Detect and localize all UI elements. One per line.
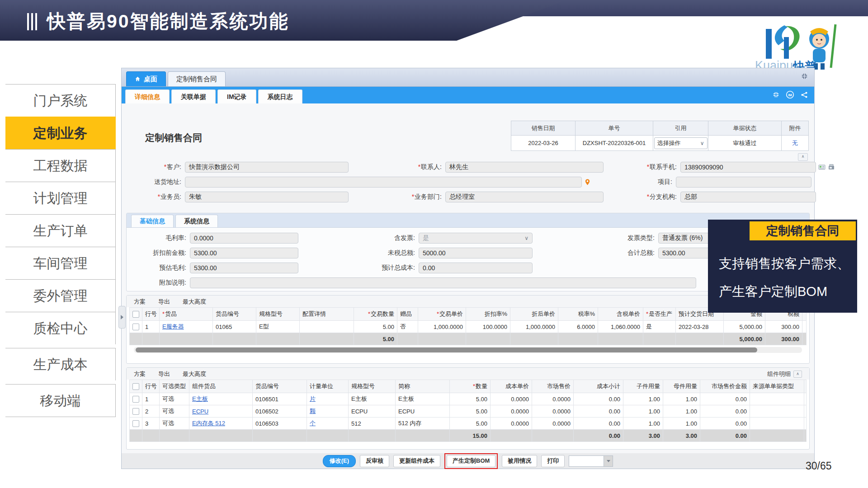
sidebar-item-生产成本[interactable]: 生产成本 bbox=[5, 348, 116, 380]
column-header[interactable]: 税率% bbox=[558, 308, 598, 321]
scrollbar-thumb[interactable] bbox=[136, 347, 757, 352]
est_total_cost-input[interactable]: 0.00 bbox=[419, 263, 533, 273]
subtab-关联单据[interactable]: 关联单据 bbox=[171, 89, 216, 103]
cell-link[interactable]: E服务器 bbox=[162, 323, 184, 330]
修改(E)-button[interactable]: 修改(E) bbox=[323, 455, 356, 467]
row-checkbox[interactable] bbox=[132, 420, 139, 427]
window-tab-定制销售合同[interactable]: 定制销售合同 bbox=[168, 71, 226, 86]
untaxed_total-input[interactable]: 5000.00 bbox=[419, 248, 533, 258]
column-header[interactable]: 规格型号 bbox=[256, 308, 300, 321]
sidebar-item-车间管理[interactable]: 车间管理 bbox=[5, 247, 116, 279]
column-header[interactable]: *交易数量 bbox=[354, 308, 397, 321]
tab-基础信息[interactable]: 基础信息 bbox=[131, 215, 174, 227]
column-header[interactable]: 市场售价金额 bbox=[700, 380, 750, 393]
sidebar-item-计划管理[interactable]: 计划管理 bbox=[5, 182, 116, 214]
cell-link[interactable]: ECPU bbox=[192, 408, 208, 415]
更新组件成本-button[interactable]: 更新组件成本 bbox=[393, 455, 440, 467]
attachment-link[interactable]: 无 bbox=[792, 140, 798, 146]
sidebar-item-委外管理[interactable]: 委外管理 bbox=[5, 279, 116, 312]
column-header[interactable]: 子件用量 bbox=[623, 380, 663, 393]
产生定制BOM-button[interactable]: 产生定制BOM bbox=[447, 455, 495, 467]
反审核-button[interactable]: 反审核 bbox=[360, 455, 389, 467]
column-header[interactable]: 折扣率% bbox=[466, 308, 510, 321]
column-header[interactable]: 市场售价 bbox=[532, 380, 574, 393]
column-header[interactable]: *交易单价 bbox=[418, 308, 466, 321]
sidebar-item-门户系统[interactable]: 门户系统 bbox=[5, 84, 116, 117]
collapse-panel-icon[interactable]: ∧ bbox=[793, 371, 802, 378]
toolbar-方案[interactable]: 方案 bbox=[134, 370, 146, 378]
column-header[interactable]: 来源单单据类型 bbox=[750, 380, 804, 393]
cell-link[interactable]: 个 bbox=[310, 420, 316, 427]
collapse-up-icon[interactable]: ∧ bbox=[798, 153, 808, 161]
column-header[interactable]: 组件货品 bbox=[189, 380, 253, 393]
column-header[interactable]: 行号 bbox=[142, 308, 160, 321]
project-input[interactable] bbox=[676, 177, 811, 188]
contact-card-icon[interactable] bbox=[818, 164, 826, 170]
sidebar-item-生产订单[interactable]: 生产订单 bbox=[5, 214, 116, 247]
compress-icon[interactable] bbox=[773, 91, 779, 100]
gross_margin-input[interactable]: 0.0000 bbox=[190, 233, 298, 244]
column-header[interactable] bbox=[804, 380, 807, 393]
row-checkbox[interactable] bbox=[132, 396, 139, 403]
column-header[interactable]: 含税单价 bbox=[598, 308, 643, 321]
column-header[interactable]: 货品编号 bbox=[253, 380, 307, 393]
row-checkbox[interactable] bbox=[132, 408, 139, 415]
column-header[interactable]: 成本单价 bbox=[491, 380, 532, 393]
subtab-IM记录[interactable]: IM记录 bbox=[217, 89, 256, 103]
row-checkbox[interactable] bbox=[132, 324, 139, 330]
compress-icon[interactable] bbox=[801, 73, 808, 81]
column-header[interactable]: 折后单价 bbox=[510, 308, 558, 321]
sidebar-item-移动端[interactable]: 移动端 bbox=[5, 384, 116, 417]
mobile-input[interactable]: 13890909090 bbox=[680, 162, 816, 173]
toolbar-导出[interactable]: 导出 bbox=[158, 298, 170, 306]
remark-input[interactable] bbox=[190, 277, 696, 288]
column-header[interactable]: *是否生产 bbox=[643, 308, 676, 321]
dept-input[interactable]: 总经理室 bbox=[445, 192, 604, 202]
has_invoice-input[interactable]: 是∨ bbox=[419, 233, 533, 244]
address-input[interactable] bbox=[185, 177, 582, 188]
column-header[interactable]: 配置详情 bbox=[300, 308, 354, 321]
column-header[interactable]: 货品编号 bbox=[213, 308, 256, 321]
column-header[interactable]: 赠品 bbox=[397, 308, 418, 321]
column-header[interactable]: 可选类型 bbox=[160, 380, 189, 393]
quote-select[interactable]: 选择操作 ∨ bbox=[654, 137, 708, 149]
row-checkbox[interactable] bbox=[132, 383, 139, 390]
column-header[interactable]: 计量单位 bbox=[307, 380, 349, 393]
location-pin-icon[interactable] bbox=[584, 178, 591, 186]
row-checkbox[interactable] bbox=[132, 311, 139, 318]
toolbar-方案[interactable]: 方案 bbox=[134, 298, 146, 306]
toolbar-导出[interactable]: 导出 bbox=[158, 370, 170, 378]
toolbar-最大高度[interactable]: 最大高度 bbox=[183, 298, 206, 306]
cell-link[interactable]: 片 bbox=[310, 395, 316, 402]
被用情况-button[interactable]: 被用情况 bbox=[502, 455, 537, 467]
cell-link[interactable]: 颗 bbox=[310, 408, 316, 414]
column-header[interactable]: 规格型号 bbox=[349, 380, 396, 393]
subtab-详细信息[interactable]: 详细信息 bbox=[125, 89, 170, 103]
column-header[interactable]: 简称 bbox=[396, 380, 450, 393]
fax-icon[interactable] bbox=[828, 164, 835, 170]
column-header[interactable]: *货品 bbox=[160, 308, 213, 321]
tab-系统信息[interactable]: 系统信息 bbox=[175, 215, 218, 227]
打印-button[interactable]: 打印 bbox=[541, 455, 565, 467]
est_gross_profit-input[interactable]: 5300.00 bbox=[190, 263, 298, 273]
sidebar-item-质检中心[interactable]: 质检中心 bbox=[5, 312, 116, 344]
column-header[interactable]: 母件用量 bbox=[663, 380, 700, 393]
window-tab-桌面[interactable]: 桌面 bbox=[126, 71, 166, 86]
cell-link[interactable]: E内存条 512 bbox=[192, 420, 225, 427]
customer-input[interactable]: 快普演示数据公司 bbox=[185, 162, 349, 173]
im-icon[interactable]: IM bbox=[786, 90, 794, 101]
sidebar-item-工程数据[interactable]: 工程数据 bbox=[5, 149, 116, 182]
sidebar-collapse-handle[interactable] bbox=[118, 306, 126, 328]
subtab-系统日志[interactable]: 系统日志 bbox=[258, 89, 302, 103]
print-template-select[interactable] bbox=[569, 455, 613, 467]
salesman-input[interactable]: 朱敏 bbox=[185, 192, 349, 202]
share-icon[interactable] bbox=[801, 91, 808, 100]
column-header[interactable]: 行号 bbox=[142, 380, 160, 393]
contact-input[interactable]: 林先生 bbox=[445, 162, 604, 173]
cell-link[interactable]: E主板 bbox=[192, 395, 208, 402]
amount_before_discount-input[interactable]: 5300.00 bbox=[190, 248, 298, 258]
sidebar-item-定制业务[interactable]: 定制业务 bbox=[5, 117, 116, 149]
column-header[interactable]: *数量 bbox=[450, 380, 491, 393]
toolbar-最大高度[interactable]: 最大高度 bbox=[183, 370, 206, 378]
column-header[interactable]: 成本小计 bbox=[574, 380, 623, 393]
